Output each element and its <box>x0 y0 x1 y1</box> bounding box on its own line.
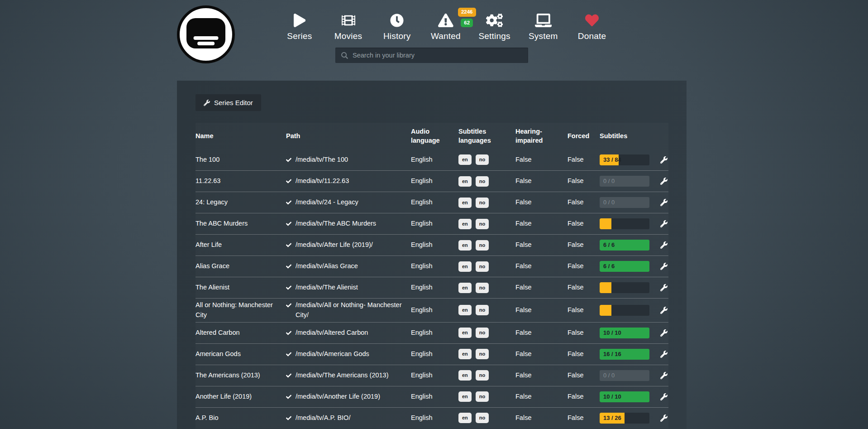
forced-value: False <box>568 261 596 271</box>
gears-icon <box>486 12 503 29</box>
hearing-impaired-value: False <box>515 176 568 186</box>
language-badge: en <box>458 391 472 402</box>
path-text: /media/tv/The 100 <box>296 155 348 165</box>
hearing-impaired-value: False <box>515 283 568 293</box>
edit-series-button[interactable] <box>659 350 668 359</box>
subtitles-languages: enno <box>458 240 515 251</box>
language-badge: en <box>458 370 472 381</box>
nav-item-system[interactable]: System <box>519 12 568 41</box>
bazarr-logo[interactable] <box>177 5 235 63</box>
subtitles-progress-bar: 16 / 16 <box>600 349 649 360</box>
nav-item-history[interactable]: History <box>372 12 421 41</box>
edit-series-button[interactable] <box>659 306 668 315</box>
series-path: /media/tv/American Gods <box>286 349 411 359</box>
nav-label: Wanted <box>431 31 461 41</box>
check-icon <box>286 394 291 400</box>
language-badge: no <box>476 176 489 187</box>
series-name-link[interactable]: The 100 <box>196 155 286 165</box>
subtitles-progress-cell: 33 / 84 <box>596 154 658 165</box>
forced-value: False <box>568 283 596 293</box>
progress-label: 6 / 6 <box>603 241 615 250</box>
language-badge: no <box>476 261 489 272</box>
warning-triangle-icon <box>438 12 453 29</box>
check-icon <box>286 303 291 308</box>
search-input[interactable] <box>353 52 528 59</box>
edit-series-button[interactable] <box>659 262 668 271</box>
column-header-forced: Forced <box>568 131 596 140</box>
audio-language: English <box>411 349 458 359</box>
edit-series-button[interactable] <box>659 283 668 292</box>
series-name-link[interactable]: All or Nothing: Manchester City <box>196 300 286 320</box>
edit-series-button[interactable] <box>659 328 668 337</box>
forced-value: False <box>568 371 596 381</box>
nav-item-wanted[interactable]: Wanted 2246 62 <box>421 12 470 41</box>
edit-series-button[interactable] <box>659 414 668 423</box>
hearing-impaired-value: False <box>515 349 568 359</box>
series-path: /media/tv/After Life (2019)/ <box>286 240 411 250</box>
nav-item-movies[interactable]: Movies <box>324 12 373 41</box>
edit-series-button[interactable] <box>659 177 668 186</box>
language-badge: en <box>458 261 472 272</box>
edit-series-button[interactable] <box>659 155 668 164</box>
language-badge: no <box>476 305 489 315</box>
nav-item-series[interactable]: Series <box>275 12 324 41</box>
language-badge: en <box>458 413 472 423</box>
series-name-link[interactable]: 24: Legacy <box>196 198 286 207</box>
table-row: All or Nothing: Manchester City/media/tv… <box>196 298 668 322</box>
subtitles-progress-cell: 0 / 0 <box>596 176 658 187</box>
hearing-impaired-value: False <box>515 261 568 271</box>
hearing-impaired-value: False <box>515 240 568 250</box>
path-text: /media/tv/Altered Carbon <box>296 328 368 338</box>
subtitles-progress-bar: 0 / 0 <box>600 370 649 381</box>
main-nav: Series Movies History Wanted 2246 62 <box>275 12 616 41</box>
forced-value: False <box>568 349 596 359</box>
table-row: American Gods/media/tv/American GodsEngl… <box>196 343 668 365</box>
language-badge: en <box>458 328 472 338</box>
series-name-link[interactable]: After Life <box>196 240 286 250</box>
series-name-link[interactable]: The Alienist <box>196 283 286 293</box>
series-name-link[interactable]: 11.22.63 <box>196 176 286 186</box>
series-editor-button[interactable]: Series Editor <box>196 94 261 111</box>
path-text: /media/tv/24 - Legacy <box>296 198 358 207</box>
progress-label: 10 / 10 <box>603 392 621 401</box>
language-badge: no <box>476 349 489 359</box>
tv-screen-icon <box>186 18 225 48</box>
series-name-link[interactable]: A.P. Bio <box>196 413 286 423</box>
nav-label: System <box>529 31 558 41</box>
subtitles-languages: enno <box>458 305 515 315</box>
wrench-icon <box>660 415 668 422</box>
nav-item-settings[interactable]: Settings <box>470 12 519 41</box>
series-name-link[interactable]: Altered Carbon <box>196 328 286 338</box>
row-actions <box>658 283 668 292</box>
nav-item-donate[interactable]: Donate <box>568 12 616 41</box>
edit-series-button[interactable] <box>659 392 668 401</box>
series-path: /media/tv/The 100 <box>286 155 411 165</box>
series-name-link[interactable]: Another Life (2019) <box>196 392 286 402</box>
progress-label: 0 / 0 <box>603 177 615 186</box>
edit-series-button[interactable] <box>659 371 668 380</box>
table-row: 11.22.63/media/tv/11.22.63EnglishennoFal… <box>196 170 668 192</box>
series-name-link[interactable]: The ABC Murders <box>196 219 286 229</box>
table-row: Altered Carbon/media/tv/Altered CarbonEn… <box>196 322 668 343</box>
wrench-icon <box>660 329 668 337</box>
edit-series-button[interactable] <box>659 219 668 228</box>
check-icon <box>286 264 291 269</box>
subtitles-languages: enno <box>458 198 515 208</box>
check-icon <box>286 242 291 248</box>
forced-value: False <box>568 198 596 207</box>
series-path: /media/tv/11.22.63 <box>286 176 411 186</box>
language-badge: en <box>458 283 472 293</box>
edit-series-button[interactable] <box>659 198 668 207</box>
series-name-link[interactable]: American Gods <box>196 349 286 359</box>
progress-label: 33 / 84 <box>603 155 621 164</box>
series-name-link[interactable]: Alias Grace <box>196 261 286 271</box>
nav-label: Movies <box>334 31 362 41</box>
row-actions <box>658 177 668 186</box>
progress-label: 0 / 0 <box>603 371 615 380</box>
edit-series-button[interactable] <box>659 241 668 250</box>
audio-language: English <box>411 240 458 250</box>
subtitles-progress-bar: 10 / 10 <box>600 391 649 402</box>
subtitles-progress-cell: 13 / 26 <box>596 413 658 424</box>
subtitles-progress-cell <box>596 305 658 316</box>
series-name-link[interactable]: The Americans (2013) <box>196 371 286 381</box>
